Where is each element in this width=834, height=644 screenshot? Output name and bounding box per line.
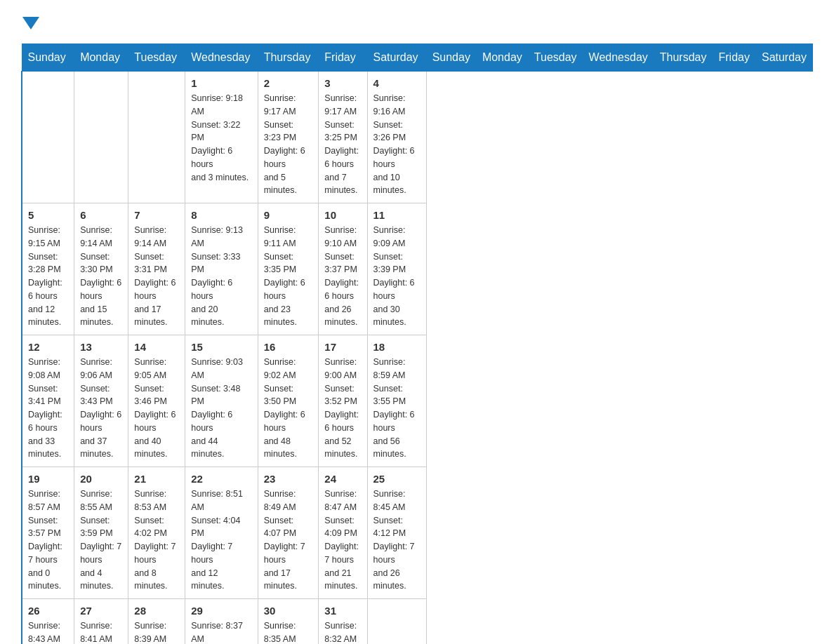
- day-number: 30: [264, 605, 313, 617]
- calendar-cell: 6Sunrise: 9:14 AM Sunset: 3:30 PM Daylig…: [74, 203, 128, 335]
- calendar-week-row: 19Sunrise: 8:57 AM Sunset: 3:57 PM Dayli…: [22, 467, 813, 599]
- day-info: Sunrise: 9:08 AM Sunset: 3:41 PM Dayligh…: [28, 356, 68, 461]
- day-info: Sunrise: 9:03 AM Sunset: 3:48 PM Dayligh…: [191, 356, 251, 461]
- day-number: 13: [80, 341, 122, 353]
- calendar-cell: 19Sunrise: 8:57 AM Sunset: 3:57 PM Dayli…: [22, 467, 74, 599]
- day-info: Sunrise: 9:10 AM Sunset: 3:37 PM Dayligh…: [324, 224, 361, 329]
- day-info: Sunrise: 9:06 AM Sunset: 3:43 PM Dayligh…: [80, 356, 122, 461]
- calendar-cell: 9Sunrise: 9:11 AM Sunset: 3:35 PM Daylig…: [258, 203, 319, 335]
- day-of-week-tuesday: Tuesday: [528, 44, 583, 72]
- day-number: 8: [191, 209, 251, 221]
- day-info: Sunrise: 9:11 AM Sunset: 3:35 PM Dayligh…: [264, 224, 313, 329]
- day-of-week-header: Monday: [74, 44, 128, 72]
- day-info: Sunrise: 8:43 AM Sunset: 4:14 PM Dayligh…: [28, 619, 68, 644]
- day-info: Sunrise: 9:14 AM Sunset: 3:31 PM Dayligh…: [134, 224, 179, 329]
- calendar-cell: 10Sunrise: 9:10 AM Sunset: 3:37 PM Dayli…: [319, 203, 367, 335]
- calendar-week-row: 1Sunrise: 9:18 AM Sunset: 3:22 PM Daylig…: [22, 72, 813, 203]
- calendar-cell: 23Sunrise: 8:49 AM Sunset: 4:07 PM Dayli…: [258, 467, 319, 599]
- calendar-cell: 22Sunrise: 8:51 AM Sunset: 4:04 PM Dayli…: [185, 467, 258, 599]
- day-number: 21: [134, 473, 179, 485]
- day-number: 3: [324, 77, 361, 89]
- day-of-week-header: Sunday: [22, 44, 74, 72]
- calendar-table: SundayMondayTuesdayWednesdayThursdayFrid…: [21, 43, 813, 644]
- calendar-cell: 13Sunrise: 9:06 AM Sunset: 3:43 PM Dayli…: [74, 335, 128, 467]
- calendar-cell: [128, 72, 185, 203]
- logo: [21, 14, 39, 29]
- day-info: Sunrise: 9:13 AM Sunset: 3:33 PM Dayligh…: [191, 224, 251, 329]
- day-info: Sunrise: 8:45 AM Sunset: 4:12 PM Dayligh…: [373, 488, 421, 593]
- calendar-cell: 7Sunrise: 9:14 AM Sunset: 3:31 PM Daylig…: [128, 203, 185, 335]
- day-number: 25: [373, 473, 421, 485]
- calendar-cell: 31Sunrise: 8:32 AM Sunset: 4:27 PM Dayli…: [319, 599, 367, 645]
- day-of-week-header: Friday: [319, 44, 367, 72]
- day-number: 19: [28, 473, 68, 485]
- day-number: 9: [264, 209, 313, 221]
- day-info: Sunrise: 8:39 AM Sunset: 4:19 PM Dayligh…: [134, 619, 179, 644]
- day-info: Sunrise: 9:17 AM Sunset: 3:23 PM Dayligh…: [264, 92, 313, 197]
- calendar-cell: 18Sunrise: 8:59 AM Sunset: 3:55 PM Dayli…: [367, 335, 426, 467]
- day-number: 27: [80, 605, 122, 617]
- day-info: Sunrise: 8:55 AM Sunset: 3:59 PM Dayligh…: [80, 488, 122, 593]
- day-of-week-sunday: Sunday: [426, 44, 476, 72]
- day-info: Sunrise: 8:41 AM Sunset: 4:17 PM Dayligh…: [80, 619, 122, 644]
- day-number: 5: [28, 209, 68, 221]
- day-info: Sunrise: 8:57 AM Sunset: 3:57 PM Dayligh…: [28, 488, 68, 593]
- day-number: 24: [324, 473, 361, 485]
- calendar-week-row: 12Sunrise: 9:08 AM Sunset: 3:41 PM Dayli…: [22, 335, 813, 467]
- day-number: 28: [134, 605, 179, 617]
- day-number: 20: [80, 473, 122, 485]
- day-of-week-friday: Friday: [713, 44, 755, 72]
- day-of-week-thursday: Thursday: [654, 44, 713, 72]
- calendar-cell: 26Sunrise: 8:43 AM Sunset: 4:14 PM Dayli…: [22, 599, 74, 645]
- day-number: 2: [264, 77, 313, 89]
- day-number: 16: [264, 341, 313, 353]
- day-number: 6: [80, 209, 122, 221]
- day-number: 15: [191, 341, 251, 353]
- day-of-week-monday: Monday: [476, 44, 528, 72]
- calendar-cell: 4Sunrise: 9:16 AM Sunset: 3:26 PM Daylig…: [367, 72, 426, 203]
- day-info: Sunrise: 8:53 AM Sunset: 4:02 PM Dayligh…: [134, 488, 179, 593]
- day-of-week-header: Thursday: [258, 44, 319, 72]
- day-of-week-header: Tuesday: [128, 44, 185, 72]
- day-info: Sunrise: 9:17 AM Sunset: 3:25 PM Dayligh…: [324, 92, 361, 197]
- day-info: Sunrise: 9:00 AM Sunset: 3:52 PM Dayligh…: [324, 356, 361, 461]
- day-number: 26: [28, 605, 68, 617]
- day-of-week-header: Saturday: [367, 44, 426, 72]
- calendar-header-row: SundayMondayTuesdayWednesdayThursdayFrid…: [22, 44, 813, 72]
- day-number: 22: [191, 473, 251, 485]
- day-info: Sunrise: 8:51 AM Sunset: 4:04 PM Dayligh…: [191, 488, 251, 593]
- day-of-week-saturday: Saturday: [755, 44, 812, 72]
- day-info: Sunrise: 8:49 AM Sunset: 4:07 PM Dayligh…: [264, 488, 313, 593]
- logo-triangle-icon: [22, 17, 39, 29]
- day-number: 14: [134, 341, 179, 353]
- page-header: [21, 14, 813, 29]
- day-info: Sunrise: 8:35 AM Sunset: 4:25 PM Dayligh…: [264, 619, 313, 644]
- day-number: 18: [373, 341, 421, 353]
- day-info: Sunrise: 9:16 AM Sunset: 3:26 PM Dayligh…: [373, 92, 421, 197]
- calendar-cell: 16Sunrise: 9:02 AM Sunset: 3:50 PM Dayli…: [258, 335, 319, 467]
- day-number: 17: [324, 341, 361, 353]
- calendar-cell: 3Sunrise: 9:17 AM Sunset: 3:25 PM Daylig…: [319, 72, 367, 203]
- day-info: Sunrise: 9:09 AM Sunset: 3:39 PM Dayligh…: [373, 224, 421, 329]
- day-number: 1: [191, 77, 251, 89]
- calendar-cell: 11Sunrise: 9:09 AM Sunset: 3:39 PM Dayli…: [367, 203, 426, 335]
- calendar-cell: [367, 599, 426, 645]
- day-info: Sunrise: 9:18 AM Sunset: 3:22 PM Dayligh…: [191, 92, 251, 184]
- day-info: Sunrise: 9:15 AM Sunset: 3:28 PM Dayligh…: [28, 224, 68, 329]
- calendar-week-row: 5Sunrise: 9:15 AM Sunset: 3:28 PM Daylig…: [22, 203, 813, 335]
- day-info: Sunrise: 9:05 AM Sunset: 3:46 PM Dayligh…: [134, 356, 179, 461]
- day-number: 31: [324, 605, 361, 617]
- calendar-cell: 1Sunrise: 9:18 AM Sunset: 3:22 PM Daylig…: [185, 72, 258, 203]
- calendar-cell: 30Sunrise: 8:35 AM Sunset: 4:25 PM Dayli…: [258, 599, 319, 645]
- day-info: Sunrise: 9:14 AM Sunset: 3:30 PM Dayligh…: [80, 224, 122, 329]
- calendar-cell: 28Sunrise: 8:39 AM Sunset: 4:19 PM Dayli…: [128, 599, 185, 645]
- day-number: 4: [373, 77, 421, 89]
- day-number: 29: [191, 605, 251, 617]
- day-number: 10: [324, 209, 361, 221]
- calendar-cell: 2Sunrise: 9:17 AM Sunset: 3:23 PM Daylig…: [258, 72, 319, 203]
- calendar-cell: 27Sunrise: 8:41 AM Sunset: 4:17 PM Dayli…: [74, 599, 128, 645]
- day-of-week-wednesday: Wednesday: [583, 44, 654, 72]
- day-of-week-header: Wednesday: [185, 44, 258, 72]
- day-number: 7: [134, 209, 179, 221]
- calendar-cell: 12Sunrise: 9:08 AM Sunset: 3:41 PM Dayli…: [22, 335, 74, 467]
